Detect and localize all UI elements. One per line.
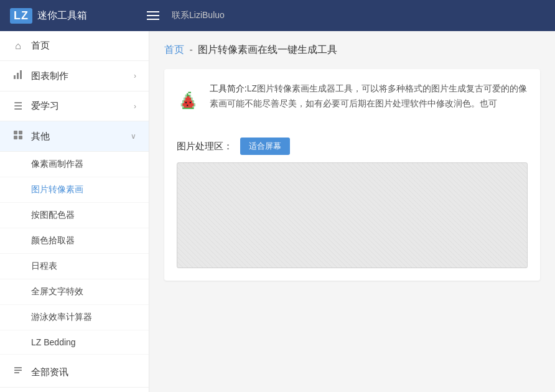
svg-rect-9	[14, 372, 19, 373]
svg-rect-1	[17, 73, 19, 79]
svg-rect-28	[192, 100, 194, 103]
breadcrumb: 首页 - 图片转像素画在线一键生成工具	[164, 44, 540, 57]
svg-rect-0	[14, 75, 16, 79]
svg-rect-7	[14, 367, 22, 368]
svg-rect-21	[190, 102, 191, 103]
sidebar-item-home-label: 首页	[31, 40, 50, 52]
svg-rect-33	[187, 93, 188, 96]
sidebar-sub-pixel-maker[interactable]: 像素画制作器	[0, 152, 149, 177]
main-content: 首页 - 图片转像素画在线一键生成工具	[149, 31, 555, 392]
breadcrumb-separator: -	[189, 44, 192, 55]
other-icon	[12, 130, 24, 142]
sidebar-item-home[interactable]: ⌂ 首页	[0, 31, 149, 61]
svg-rect-19	[187, 96, 190, 97]
learn-icon: ☰	[12, 100, 24, 112]
tool-description: 工具简介:LZ图片转像素画生成器工具，可以将多种格式的图片生成复古可爱的的像素画…	[210, 82, 528, 111]
process-label: 图片处理区：	[177, 141, 233, 152]
sidebar-item-all-news-label: 全部资讯	[31, 366, 68, 378]
sidebar-item-chart-label: 图表制作	[31, 70, 68, 82]
learn-arrow-icon: ›	[134, 102, 136, 111]
svg-rect-5	[14, 136, 17, 139]
sidebar: ⌂ 首页 图表制作 › ☰ 爱学习 ›	[0, 31, 149, 392]
svg-rect-20	[185, 102, 187, 103]
svg-rect-15	[184, 106, 193, 108]
sidebar-item-other-label: 其他	[31, 131, 50, 142]
sidebar-sub-color-pick[interactable]: 颜色拾取器	[0, 228, 149, 254]
news-icon	[12, 366, 24, 378]
svg-rect-25	[181, 103, 182, 106]
logo-abbr: LZ	[10, 8, 32, 24]
sidebar-item-other[interactable]: 其他 ∨	[0, 121, 149, 152]
breadcrumb-home[interactable]: 首页	[164, 44, 184, 55]
svg-rect-22	[187, 105, 188, 106]
chart-arrow-icon: ›	[134, 72, 136, 80]
process-section: 图片处理区： 适合屏幕	[177, 138, 528, 268]
tool-icon	[177, 82, 200, 125]
svg-rect-2	[20, 70, 22, 79]
svg-rect-26	[194, 103, 195, 106]
process-header: 图片处理区： 适合屏幕	[177, 138, 528, 155]
svg-rect-34	[188, 92, 191, 93]
tool-card: 工具简介:LZ图片转像素画生成器工具，可以将多种格式的图片生成复古可爱的的像素画…	[164, 69, 540, 281]
fit-screen-button[interactable]: 适合屏幕	[240, 138, 290, 155]
sidebar-sub-schedule[interactable]: 日程表	[0, 254, 149, 279]
svg-rect-18	[185, 98, 191, 101]
sidebar-sub-img-to-pixel[interactable]: 图片转像素画	[0, 177, 149, 203]
home-icon: ⌂	[12, 40, 24, 52]
sidebar-item-all-news[interactable]: 全部资讯	[0, 357, 149, 388]
sidebar-sub-fullscreen-text[interactable]: 全屏文字特效	[0, 279, 149, 305]
svg-rect-27	[182, 100, 184, 103]
sidebar-sub-swim-calc[interactable]: 游泳效率计算器	[0, 305, 149, 330]
sidebar-item-chart[interactable]: 图表制作 ›	[0, 61, 149, 91]
tool-intro: 工具简介:LZ图片转像素画生成器工具，可以将多种格式的图片生成复古可爱的的像素画…	[177, 82, 528, 125]
sidebar-sub-btn-color[interactable]: 按图配色器	[0, 203, 149, 228]
app-header: LZ 迷你工具箱 联系LiziBuluo	[0, 0, 555, 31]
sidebar-sub-lz-bedding[interactable]: LZ Bedding	[0, 330, 149, 355]
process-canvas[interactable]	[177, 162, 528, 268]
contact-link[interactable]: 联系LiziBuluo	[172, 10, 225, 21]
svg-rect-8	[14, 370, 22, 371]
chart-icon	[12, 70, 24, 82]
svg-rect-4	[19, 131, 22, 134]
svg-rect-29	[184, 98, 185, 101]
svg-rect-31	[185, 95, 187, 98]
breadcrumb-page: 图片转像素画在线一键生成工具	[198, 44, 337, 55]
logo-name: 迷你工具箱	[37, 9, 87, 22]
svg-rect-30	[191, 98, 192, 101]
other-arrow-icon: ∨	[131, 132, 136, 141]
main-layout: ⌂ 首页 图表制作 › ☰ 爱学习 ›	[0, 31, 555, 392]
intro-text: LZ图片转像素画生成器工具，可以将多种格式的图片生成复古可爱的的像素画可能不能尽…	[210, 83, 527, 108]
svg-rect-3	[14, 131, 17, 134]
sidebar-item-learn[interactable]: ☰ 爱学习 ›	[0, 91, 149, 121]
svg-rect-32	[190, 95, 191, 98]
logo-area: LZ 迷你工具箱	[10, 8, 134, 24]
svg-rect-17	[184, 100, 193, 103]
menu-icon[interactable]	[147, 11, 159, 20]
svg-rect-24	[192, 106, 194, 108]
svg-rect-23	[182, 106, 184, 108]
sidebar-item-learn-label: 爱学习	[31, 100, 59, 112]
intro-prefix: 工具简介:	[210, 83, 247, 93]
svg-rect-6	[19, 136, 22, 139]
